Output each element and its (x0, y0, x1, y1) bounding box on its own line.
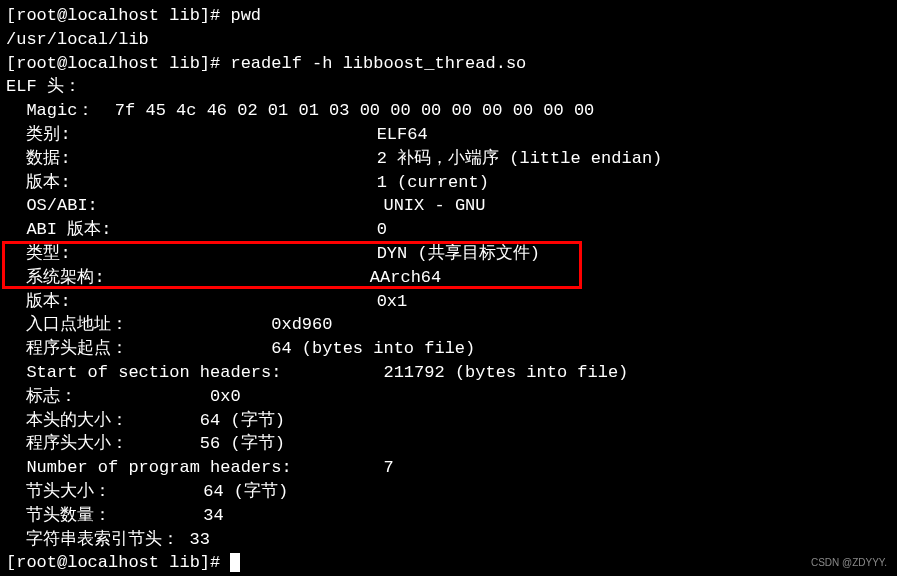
shell-prompt: [root@localhost lib]# (6, 54, 230, 73)
prompt-line-1: [root@localhost lib]# pwd (6, 4, 897, 28)
field-shsize: 节头大小： 64 (字节) (6, 480, 897, 504)
prompt-line-2: [root@localhost lib]# readelf -h libboos… (6, 52, 897, 76)
label: 类别: (6, 125, 377, 144)
value: 64 (bytes into file) (271, 339, 475, 358)
field-phoff: 程序头起点： 64 (bytes into file) (6, 337, 897, 361)
field-class: 类别: ELF64 (6, 123, 897, 147)
field-entry: 入口点地址： 0xd960 (6, 313, 897, 337)
label: OS/ABI: (6, 196, 383, 215)
label: 版本: (6, 173, 377, 192)
field-abi-version: ABI 版本: 0 (6, 218, 897, 242)
field-version-hex: 版本: 0x1 (6, 290, 897, 314)
label: 程序头大小： (6, 434, 200, 453)
label: ABI 版本: (6, 220, 377, 239)
field-shoff: Start of section headers: 211792 (bytes … (6, 361, 897, 385)
field-flags: 标志： 0x0 (6, 385, 897, 409)
label: 数据: (6, 149, 377, 168)
field-shnum: 节头数量： 34 (6, 504, 897, 528)
value: 7 (383, 458, 393, 477)
value: 2 补码，小端序 (little endian) (377, 149, 663, 168)
watermark-text: CSDN @ZDYYY. (811, 556, 887, 570)
command-readelf: readelf -h libboost_thread.so (230, 54, 526, 73)
field-ehsize: 本头的大小： 64 (字节) (6, 409, 897, 433)
label: 标志： (6, 387, 210, 406)
value: 211792 (bytes into file) (383, 363, 628, 382)
prompt-line-3[interactable]: [root@localhost lib]# (6, 551, 897, 575)
shell-prompt: [root@localhost lib]# (6, 6, 230, 25)
value: 1 (current) (377, 173, 489, 192)
value: DYN (共享目标文件) (377, 244, 540, 263)
value: 0xd960 (271, 315, 332, 334)
field-phsize: 程序头大小： 56 (字节) (6, 432, 897, 456)
label: 版本: (6, 292, 377, 311)
label: Magic： (6, 101, 115, 120)
value: 0x0 (210, 387, 241, 406)
value: 64 (字节) (200, 411, 285, 430)
label: Number of program headers: (6, 458, 383, 477)
label: 系统架构: (6, 268, 370, 287)
field-version: 版本: 1 (current) (6, 171, 897, 195)
value: 34 (203, 506, 223, 525)
value: ELF64 (377, 125, 428, 144)
value: 7f 45 4c 46 02 01 01 03 00 00 00 00 00 0… (115, 101, 605, 120)
value: 64 (字节) (203, 482, 288, 501)
field-osabi: OS/ABI: UNIX - GNU (6, 194, 897, 218)
label: 类型: (6, 244, 377, 263)
label: 程序头起点： (6, 339, 271, 358)
pwd-output: /usr/local/lib (6, 28, 897, 52)
value: AArch64 (370, 268, 441, 287)
field-phnum: Number of program headers: 7 (6, 456, 897, 480)
value: 56 (字节) (200, 434, 285, 453)
cursor-icon (230, 553, 240, 572)
value: 0 (377, 220, 387, 239)
label: 入口点地址： (6, 315, 271, 334)
field-magic: Magic： 7f 45 4c 46 02 01 01 03 00 00 00 … (6, 99, 897, 123)
label: 本头的大小： (6, 411, 200, 430)
label: 字符串表索引节头： (6, 530, 190, 549)
field-data: 数据: 2 补码，小端序 (little endian) (6, 147, 897, 171)
value: 0x1 (377, 292, 408, 311)
field-machine: 系统架构: AArch64 (6, 266, 897, 290)
field-shstrndx: 字符串表索引节头： 33 (6, 528, 897, 552)
shell-prompt: [root@localhost lib]# (6, 553, 230, 572)
value: UNIX - GNU (383, 196, 485, 215)
field-type: 类型: DYN (共享目标文件) (6, 242, 897, 266)
label: Start of section headers: (6, 363, 383, 382)
elf-header-title: ELF 头： (6, 75, 897, 99)
label: 节头大小： (6, 482, 203, 501)
label: 节头数量： (6, 506, 203, 525)
command-pwd: pwd (230, 6, 261, 25)
value: 33 (190, 530, 210, 549)
